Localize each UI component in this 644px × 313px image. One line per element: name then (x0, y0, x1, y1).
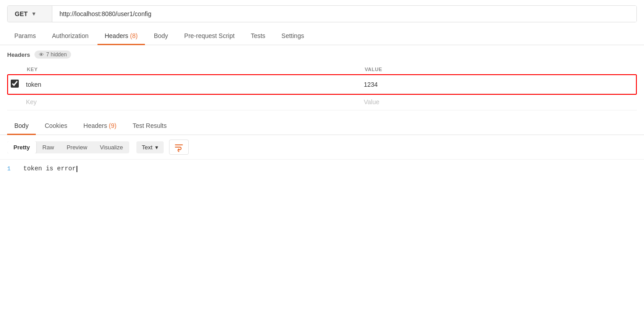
format-tab-visualize[interactable]: Visualize (93, 141, 129, 153)
headers-label-row: Headers 👁 7 hidden (7, 51, 637, 59)
tab-tests[interactable]: Tests (244, 28, 273, 45)
code-content: token is error (23, 165, 77, 172)
hidden-badge[interactable]: 👁 7 hidden (34, 51, 71, 59)
format-tab-preview[interactable]: Preview (60, 141, 93, 153)
type-select-value: Text (142, 144, 153, 151)
tab-authorization[interactable]: Authorization (45, 28, 96, 45)
format-tab-raw[interactable]: Raw (36, 141, 60, 153)
code-area: 1 token is error (0, 160, 644, 178)
headers-table: KEY VALUE token 1234 (7, 64, 637, 110)
resp-tab-headers-count: (9) (109, 122, 116, 129)
format-tab-pretty[interactable]: Pretty (7, 141, 36, 153)
method-chevron: ▼ (31, 11, 37, 17)
code-line: 1 token is error (7, 165, 637, 172)
eye-icon: 👁 (39, 52, 44, 57)
resp-tab-headers[interactable]: Headers (9) (76, 118, 124, 135)
hidden-count: 7 hidden (46, 51, 67, 58)
method-label: GET (15, 10, 28, 17)
tab-settings[interactable]: Settings (274, 28, 311, 45)
wrap-icon (174, 142, 184, 152)
headers-section-label: Headers (7, 51, 30, 58)
tab-headers-count: (8) (130, 32, 138, 39)
request-tabs: Params Authorization Headers (8) Body Pr… (0, 28, 644, 45)
wrap-button[interactable] (169, 140, 189, 155)
row-value: 1234 (364, 81, 377, 88)
tab-headers[interactable]: Headers (8) (97, 28, 145, 45)
row-checkbox[interactable] (11, 80, 19, 88)
type-select-chevron: ▾ (155, 144, 158, 151)
table-row-placeholder: Key Value (7, 94, 637, 110)
response-toolbar: Pretty Raw Preview Visualize Text ▾ (0, 135, 644, 160)
response-tabs: Body Cookies Headers (9) Test Results (0, 118, 644, 135)
method-selector[interactable]: GET ▼ (8, 6, 52, 22)
row-key: token (26, 81, 41, 88)
format-tabs: Pretty Raw Preview Visualize (7, 141, 129, 153)
col-header-key: KEY (22, 64, 360, 75)
line-number: 1 (7, 165, 16, 172)
tab-params[interactable]: Params (7, 28, 43, 45)
url-bar: GET ▼ (7, 5, 637, 22)
resp-tab-test-results[interactable]: Test Results (125, 118, 174, 135)
tab-prerequest[interactable]: Pre-request Script (177, 28, 242, 45)
placeholder-key: Key (26, 98, 37, 106)
resp-tab-body[interactable]: Body (7, 118, 36, 135)
url-input[interactable] (52, 6, 636, 22)
cursor (76, 166, 77, 172)
code-text: token is error (23, 165, 76, 172)
col-header-value: VALUE (360, 64, 637, 75)
headers-section: Headers 👁 7 hidden KEY VALUE token (0, 45, 644, 110)
resp-tab-cookies[interactable]: Cookies (38, 118, 75, 135)
table-row: token 1234 (7, 75, 637, 94)
type-select[interactable]: Text ▾ (136, 141, 164, 153)
placeholder-value: Value (364, 98, 379, 106)
tab-body[interactable]: Body (147, 28, 175, 45)
